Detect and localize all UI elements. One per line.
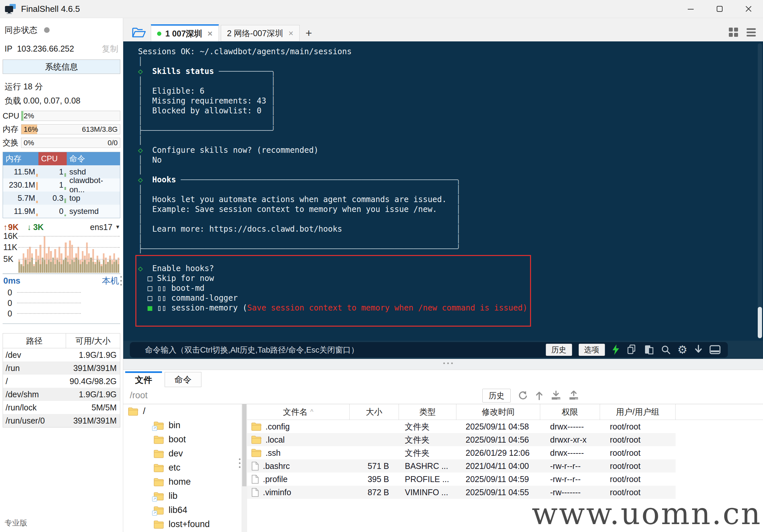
close-tab-icon[interactable]: × [288, 28, 293, 39]
tree-item-home[interactable]: home [123, 475, 242, 489]
main-area: 1 007深圳 × 2 网络-007深圳 × + Sessions OK: ~/… [123, 18, 763, 532]
terminal[interactable]: Sessions OK: ~/.clawdbot/agents/main/ses… [123, 42, 763, 341]
title-bar: FinalShell 4.6.5 [0, 0, 763, 18]
terminal-line: ├───────────────────────────╯ [138, 126, 763, 135]
process-row: 230.1M1clawdbot-on... [3, 178, 120, 192]
file-col-size[interactable]: 大小 [350, 404, 399, 420]
refresh-icon[interactable] [518, 391, 528, 400]
process-col-command[interactable]: 命令 [67, 152, 120, 165]
disk-row: /run/user/0391M/391M [3, 414, 120, 427]
close-button[interactable] [734, 0, 763, 18]
tab-commands[interactable]: 命令 [164, 372, 201, 387]
file-col-type[interactable]: 类型 [399, 404, 456, 420]
folder-icon [154, 464, 164, 472]
tab-session-2[interactable]: 2 网络-007深圳 × [221, 25, 300, 42]
file-row-.ssh[interactable]: .ssh文件夹2026/01/29 12:06drwx------root/ro… [247, 446, 676, 459]
download-file-icon[interactable] [551, 391, 561, 400]
terminal-scrollbar[interactable] [758, 44, 762, 339]
terminal-line: ◇ Hooks ────────────────────────────────… [138, 175, 763, 185]
tree-item-root[interactable]: / [123, 404, 242, 418]
copy-icon[interactable] [627, 344, 637, 355]
gauge-detail: 613M/3.8G [82, 125, 118, 134]
window-title: FinalShell 4.6.5 [21, 4, 80, 14]
file-row-.local[interactable]: .local文件夹2025/09/11 04:56drwxr-xr-xroot/… [247, 433, 676, 446]
current-path[interactable]: /root [130, 390, 148, 400]
up-directory-icon[interactable] [535, 391, 543, 400]
gauge-label: 内存 [3, 124, 21, 134]
disk-row: /dev1.9G/1.9G [3, 348, 120, 362]
folder-icon [154, 435, 164, 444]
disk-col-path[interactable]: 路径 [3, 334, 66, 348]
folder-icon: ↗ [154, 492, 164, 500]
ping-row: 0 [3, 298, 120, 308]
folder-icon [154, 478, 164, 486]
network-traffic-panel: ↑ 9K ↓ 3K ens17 ▼ 16K11K5K [3, 222, 120, 274]
tree-item-lib[interactable]: ↗lib [123, 489, 242, 503]
interface-selector[interactable]: ens17 ▼ [90, 222, 120, 232]
download-arrow-icon[interactable] [694, 345, 703, 355]
file-row-.bashrc[interactable]: .bashrc571 BBASHRC ...2021/04/11 04:00-r… [247, 459, 676, 473]
gauge-交换: 交换0%0/0 [3, 137, 120, 148]
tree-splitter-handle[interactable] [239, 458, 241, 468]
tree-scrollbar[interactable] [242, 404, 247, 532]
tree-item-lost+found[interactable]: lost+found [123, 517, 242, 531]
file-col-owner[interactable]: 用户/用户组 [600, 404, 676, 420]
folder-icon [154, 520, 164, 529]
layout-grid-icon[interactable] [729, 28, 738, 37]
upload-file-icon[interactable] [569, 391, 579, 400]
ping-host-label[interactable]: 本机 [102, 275, 119, 286]
tree-item-boot[interactable]: boot [123, 432, 242, 447]
horizontal-splitter[interactable] [123, 359, 763, 370]
system-info-button[interactable]: 系统信息 [3, 59, 120, 74]
ping-latency: 0ms [3, 276, 20, 286]
settings-gear-icon[interactable]: ⚙ [678, 344, 688, 355]
minimize-button[interactable] [676, 0, 705, 18]
file-col-perm[interactable]: 权限 [540, 404, 600, 420]
paste-icon[interactable] [644, 344, 654, 355]
copy-ip-button[interactable]: 复制 [102, 44, 118, 54]
disk-row: /run/lock5M/5M [3, 401, 120, 414]
quick-command-icon[interactable] [611, 344, 620, 355]
file-col-name[interactable]: 文件名 ^ [247, 404, 350, 420]
tree-item-lib64[interactable]: ↗lib64 [123, 503, 242, 517]
search-icon[interactable] [661, 345, 671, 355]
file-row-.config[interactable]: .config文件夹2025/09/11 04:58drwx------root… [247, 420, 676, 433]
file-col-mtime[interactable]: 修改时间 [456, 404, 540, 420]
path-history-button[interactable]: 历史 [483, 389, 511, 402]
process-col-cpu[interactable]: CPU [39, 152, 67, 165]
file-icon [251, 488, 259, 497]
folder-icon: ↗ [154, 421, 164, 430]
terminal-line: │ Missing requirements: 43 │ [138, 96, 763, 106]
disk-col-size[interactable]: 可用/大小 [66, 334, 120, 348]
open-connection-button[interactable] [127, 24, 151, 42]
tree-item-etc[interactable]: etc [123, 461, 242, 475]
history-button[interactable]: 历史 [546, 344, 572, 356]
process-col-memory[interactable]: 内存 [3, 152, 39, 165]
window-mode-icon[interactable] [709, 345, 720, 355]
folder-icon: ↗ [154, 506, 164, 515]
symlink-badge-icon: ↗ [152, 426, 157, 431]
sidebar-splitter-handle[interactable] [120, 276, 122, 285]
enable-hooks-highlight-box [135, 255, 531, 327]
gauge-value: 2% [24, 112, 34, 120]
hamburger-menu-icon[interactable] [747, 28, 756, 37]
command-input[interactable]: 命令输入（双击Ctrl切换,Alt历史,Tab路径/命令,Esc关闭窗口） [145, 345, 359, 355]
folder-icon [251, 422, 262, 431]
maximize-button[interactable] [705, 0, 734, 18]
new-tab-button[interactable]: + [306, 27, 312, 40]
tab-session-1[interactable]: 1 007深圳 × [151, 24, 219, 42]
folder-icon [154, 450, 164, 458]
options-button[interactable]: 选项 [579, 344, 605, 356]
gauge-label: 交换 [3, 137, 21, 148]
resource-gauges: CPU2%内存16%613M/3.8G交换0%0/0 [3, 111, 120, 148]
upload-arrow-icon: ↑ [3, 222, 8, 232]
gauge-CPU: CPU2% [3, 111, 120, 121]
ip-label: IP [5, 44, 13, 53]
tree-item-bin[interactable]: ↗bin [123, 418, 242, 432]
tree-item-dev[interactable]: dev [123, 447, 242, 461]
file-row-.profile[interactable]: .profile395 BPROFILE ...2025/09/11 04:59… [247, 473, 676, 486]
ping-row: 0 [3, 287, 120, 298]
tab-files[interactable]: 文件 [125, 371, 162, 387]
close-tab-icon[interactable]: × [208, 29, 213, 39]
sync-status-dot [44, 27, 50, 33]
